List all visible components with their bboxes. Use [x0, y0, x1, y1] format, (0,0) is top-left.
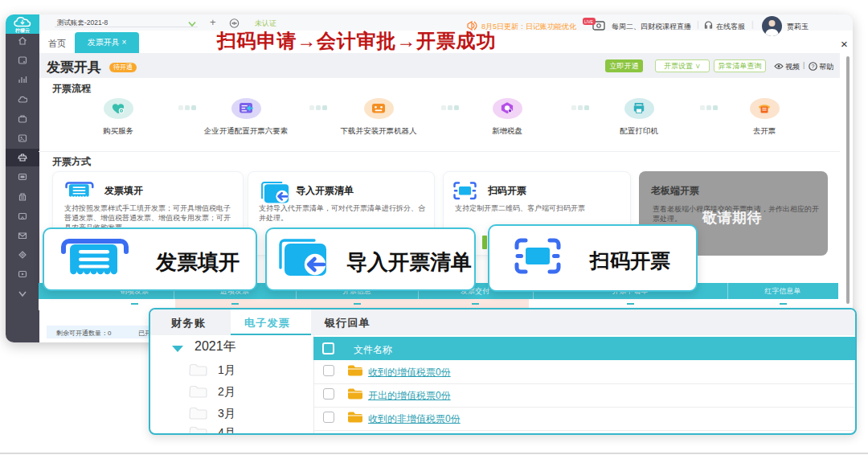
- svg-text:柠檬云: 柠檬云: [14, 27, 30, 34]
- svg-text:?: ?: [812, 64, 815, 69]
